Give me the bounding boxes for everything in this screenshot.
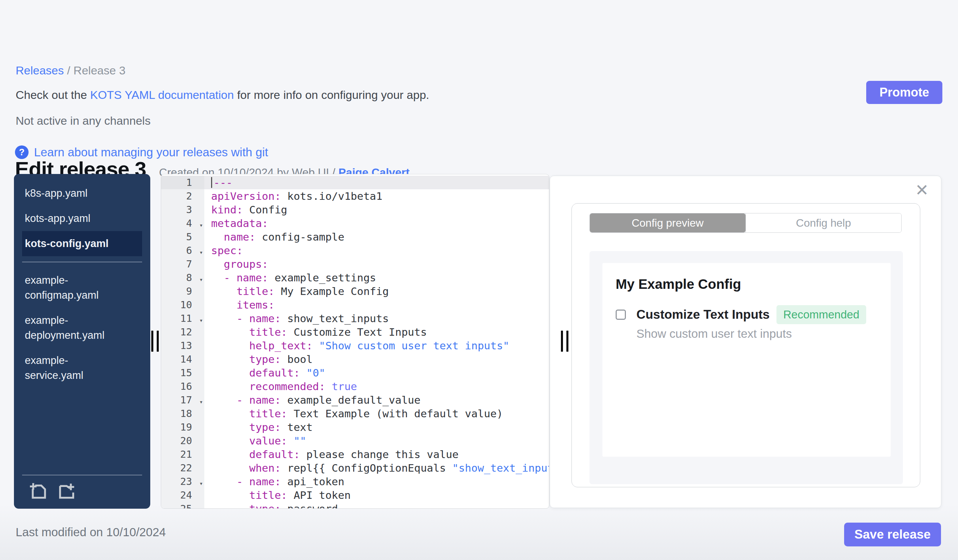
sidebar-file-kots-app.yaml[interactable]: kots-app.yaml [22, 206, 142, 231]
tab-config-preview[interactable]: Config preview [590, 214, 745, 233]
code-text[interactable]: title: My Example Config [204, 285, 549, 298]
code-line-14[interactable]: 14 type: bool [161, 353, 549, 366]
code-line-21[interactable]: 21 default: please change this value [161, 448, 549, 461]
code-text[interactable]: groups: [204, 257, 549, 271]
editor-preview-resize-handle[interactable] [561, 331, 569, 352]
sidebar-editor-resize-handle[interactable] [151, 331, 159, 352]
code-line-7[interactable]: 7 groups: [161, 257, 549, 271]
line-number[interactable]: 22 [161, 461, 204, 475]
code-text[interactable]: default: "0" [204, 366, 549, 380]
code-line-24[interactable]: 24 title: API token [161, 488, 549, 502]
code-text[interactable]: title: Customize Text Inputs [204, 325, 549, 339]
code-text[interactable]: type: text [204, 420, 549, 434]
code-text[interactable]: apiVersion: kots.io/v1beta1 [204, 189, 549, 203]
code-line-4[interactable]: 4▾metadata: [161, 217, 549, 230]
code-line-17[interactable]: 17▾ - name: example_default_value [161, 393, 549, 407]
line-number[interactable]: 3 [161, 203, 204, 217]
line-number[interactable]: 18 [161, 407, 204, 420]
code-line-20[interactable]: 20 value: "" [161, 434, 549, 448]
sidebar-file-example-service.yaml[interactable]: example-service.yaml [22, 348, 142, 388]
code-text[interactable]: title: Text Example (with default value) [204, 407, 549, 420]
line-number[interactable]: 24 [161, 488, 204, 502]
code-line-8[interactable]: 8▾ - name: example_settings [161, 271, 549, 285]
line-number[interactable]: 21 [161, 448, 204, 461]
code-line-23[interactable]: 23▾ - name: api_token [161, 475, 549, 488]
line-number[interactable]: 15 [161, 366, 204, 380]
code-line-13[interactable]: 13 help_text: "Show custom user text inp… [161, 339, 549, 353]
promote-button[interactable]: Promote [866, 81, 942, 104]
yaml-code-editor[interactable]: 1---2apiVersion: kots.io/v1beta13kind: C… [161, 174, 549, 509]
text-cursor [211, 177, 212, 188]
line-number[interactable]: 4▾ [161, 217, 204, 230]
code-text[interactable]: title: API token [204, 488, 549, 502]
save-release-button[interactable]: Save release [844, 523, 941, 546]
code-text[interactable]: type: password [204, 502, 549, 509]
code-line-16[interactable]: 16 recommended: true [161, 380, 549, 393]
code-text[interactable]: value: "" [204, 434, 549, 448]
code-line-10[interactable]: 10 items: [161, 298, 549, 312]
code-line-2[interactable]: 2apiVersion: kots.io/v1beta1 [161, 189, 549, 203]
line-number[interactable]: 8▾ [161, 271, 204, 285]
code-text[interactable]: name: config-sample [204, 230, 549, 244]
line-number[interactable]: 12 [161, 325, 204, 339]
line-number[interactable]: 17▾ [161, 393, 204, 407]
line-number[interactable]: 25 [161, 502, 204, 509]
code-text[interactable]: kind: Config [204, 203, 549, 217]
code-text[interactable]: spec: [204, 244, 549, 257]
line-number[interactable]: 10 [161, 298, 204, 312]
code-line-9[interactable]: 9 title: My Example Config [161, 285, 549, 298]
new-file-icon[interactable] [29, 482, 48, 500]
tab-config-help[interactable]: Config help [745, 214, 902, 233]
code-line-18[interactable]: 18 title: Text Example (with default val… [161, 407, 549, 420]
sidebar-footer-divider [22, 475, 142, 475]
close-icon[interactable]: ✕ [915, 182, 929, 198]
code-line-3[interactable]: 3kind: Config [161, 203, 549, 217]
code-text[interactable]: help_text: "Show custom user text inputs… [204, 339, 549, 353]
config-render-area: My Example Config Customize Text Inputs … [590, 251, 903, 484]
sidebar-file-k8s-app.yaml[interactable]: k8s-app.yaml [22, 181, 142, 206]
sidebar-file-example-configmap.yaml[interactable]: example-configmap.yaml [22, 268, 142, 308]
line-number[interactable]: 11▾ [161, 312, 204, 325]
code-text[interactable]: - name: show_text_inputs [204, 312, 549, 325]
line-number[interactable]: 14 [161, 353, 204, 366]
code-text[interactable]: default: please change this value [204, 448, 549, 461]
code-line-25[interactable]: 25 type: password [161, 502, 549, 509]
code-text[interactable]: metadata: [204, 217, 549, 230]
code-text[interactable]: - name: example_settings [204, 271, 549, 285]
release-editor-page: Releases / Release 3 Check out the KOTS … [0, 0, 958, 560]
breadcrumb-releases-link[interactable]: Releases [16, 64, 64, 77]
code-text[interactable]: --- [204, 176, 549, 189]
line-number[interactable]: 2 [161, 189, 204, 203]
line-number[interactable]: 16 [161, 380, 204, 393]
kots-yaml-doc-link[interactable]: KOTS YAML documentation [90, 89, 234, 101]
sidebar-footer [14, 475, 150, 509]
code-line-22[interactable]: 22 when: repl{{ ConfigOptionEquals "show… [161, 461, 549, 475]
line-number[interactable]: 7 [161, 257, 204, 271]
line-number[interactable]: 1 [161, 176, 204, 189]
code-text[interactable]: when: repl{{ ConfigOptionEquals "show_te… [204, 461, 549, 475]
sidebar-file-example-deployment.yaml[interactable]: example-deployment.yaml [22, 308, 142, 348]
code-text[interactable]: type: bool [204, 353, 549, 366]
line-number[interactable]: 20 [161, 434, 204, 448]
line-number[interactable]: 23▾ [161, 475, 204, 488]
code-text[interactable]: - name: api_token [204, 475, 549, 488]
code-line-6[interactable]: 6▾spec: [161, 244, 549, 257]
code-text[interactable]: - name: example_default_value [204, 393, 549, 407]
line-number[interactable]: 5 [161, 230, 204, 244]
code-line-19[interactable]: 19 type: text [161, 420, 549, 434]
code-line-12[interactable]: 12 title: Customize Text Inputs [161, 325, 549, 339]
customize-text-inputs-checkbox[interactable] [615, 310, 626, 320]
code-text[interactable]: recommended: true [204, 380, 549, 393]
line-number[interactable]: 9 [161, 285, 204, 298]
code-line-5[interactable]: 5 name: config-sample [161, 230, 549, 244]
code-line-15[interactable]: 15 default: "0" [161, 366, 549, 380]
code-text[interactable]: items: [204, 298, 549, 312]
line-number[interactable]: 6▾ [161, 244, 204, 257]
line-number[interactable]: 19 [161, 420, 204, 434]
new-folder-icon[interactable] [57, 482, 76, 500]
sidebar-file-kots-config.yaml[interactable]: kots-config.yaml [22, 231, 142, 256]
channel-status: Not active in any channels [16, 114, 151, 127]
code-line-1[interactable]: 1--- [161, 176, 549, 189]
code-line-11[interactable]: 11▾ - name: show_text_inputs [161, 312, 549, 325]
line-number[interactable]: 13 [161, 339, 204, 353]
